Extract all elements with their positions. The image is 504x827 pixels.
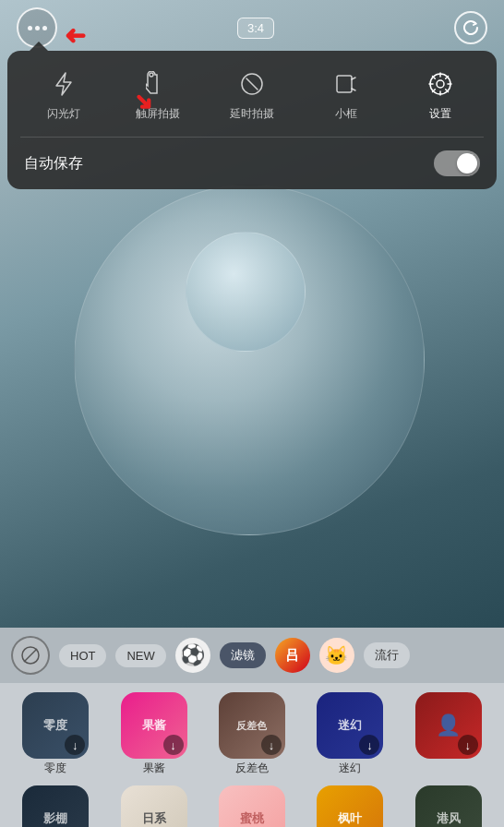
- toggle-knob: [457, 153, 477, 174]
- app-photo-icon: 👤 ↓: [415, 692, 482, 759]
- frame-tool[interactable]: 小框: [314, 67, 378, 122]
- download-badge: ↓: [163, 735, 184, 755]
- filter-lvjing[interactable]: 滤镜: [220, 642, 266, 668]
- app-fanchase-icon: 反差色 ↓: [219, 692, 285, 759]
- filter-liuxing-label: 流行: [364, 642, 410, 668]
- app-grid: 零度 ↓ 零度 果酱 ↓ 果酱 反差色 ↓ 反差色 迷幻 ↓ 迷幻 👤 ↓: [0, 683, 504, 827]
- app-guojiang-label: 果酱: [143, 761, 165, 776]
- app-photo5[interactable]: 👤 ↓: [404, 692, 493, 776]
- timer-label: 延时拍摄: [230, 106, 274, 122]
- filter-hot[interactable]: HOT: [59, 644, 106, 667]
- svg-line-13: [446, 90, 449, 92]
- camera-object: [74, 185, 425, 535]
- app-fanchase-label: 反差色: [235, 761, 269, 776]
- auto-save-row: 自动保存: [17, 150, 487, 176]
- app-gangfeng[interactable]: 港风 港风: [404, 785, 493, 827]
- filter-lv[interactable]: 吕: [275, 638, 310, 673]
- app-lingdu-icon: 零度 ↓: [22, 692, 89, 759]
- svg-line-2: [246, 78, 258, 90]
- svg-line-17: [24, 649, 37, 662]
- settings-tool[interactable]: 设置: [408, 67, 473, 122]
- app-lingdu-label: 零度: [44, 761, 66, 776]
- svg-line-12: [433, 77, 436, 79]
- refresh-icon: [461, 18, 481, 38]
- app-mihuan-icon: 迷幻 ↓: [317, 692, 383, 759]
- flip-camera-button[interactable]: [454, 11, 487, 44]
- filter-soccer[interactable]: ⚽: [175, 638, 210, 673]
- filter-lv-label: 吕: [275, 638, 310, 673]
- download-badge: ↓: [359, 735, 379, 755]
- tool-icons-row: 闪光灯 触屏拍摄 延时拍摄: [17, 67, 487, 122]
- app-lingdu[interactable]: 零度 ↓ 零度: [11, 692, 100, 776]
- ratio-badge[interactable]: 3:4: [237, 18, 274, 39]
- flash-icon: [47, 67, 80, 101]
- flash-tool[interactable]: 闪光灯: [31, 67, 96, 122]
- cat-icon: 🐱: [319, 638, 354, 673]
- arrow-left-indicator: ➜: [65, 20, 86, 51]
- svg-point-7: [437, 80, 444, 88]
- filter-lvjing-label: 滤镜: [220, 642, 266, 668]
- slash-icon: [20, 645, 41, 665]
- app-guojiang[interactable]: 果酱 ↓ 果酱: [109, 692, 198, 776]
- app-guojiang-icon: 果酱 ↓: [121, 692, 187, 759]
- app-mitao[interactable]: 蜜桃 蜜桃: [208, 785, 296, 827]
- app-mitao-icon: 蜜桃: [219, 785, 285, 827]
- auto-save-label: 自动保存: [24, 154, 83, 174]
- download-badge: ↓: [261, 735, 282, 755]
- app-mihuan[interactable]: 迷幻 ↓ 迷幻: [306, 692, 394, 776]
- svg-line-14: [446, 77, 449, 79]
- dots-icon: [28, 26, 47, 30]
- timer-icon: [235, 67, 269, 101]
- settings-label: 设置: [429, 106, 451, 122]
- soccer-icon: ⚽: [175, 638, 210, 673]
- frame-icon: [330, 67, 363, 101]
- timer-tool[interactable]: 延时拍摄: [220, 67, 284, 122]
- flash-label: 闪光灯: [47, 106, 80, 122]
- filter-new-label: NEW: [115, 644, 165, 667]
- auto-save-toggle[interactable]: [434, 150, 480, 176]
- filter-cat[interactable]: 🐱: [319, 638, 354, 673]
- camera-object-inner: [186, 232, 306, 352]
- download-badge: ↓: [458, 735, 478, 755]
- app-rixi[interactable]: 日系 日系: [109, 785, 198, 827]
- settings-icon: [424, 67, 457, 101]
- svg-point-0: [150, 73, 153, 77]
- dropdown-panel: 闪光灯 触屏拍摄 延时拍摄: [7, 51, 497, 189]
- frame-label: 小框: [335, 106, 357, 122]
- app-yingpeng[interactable]: 影棚 影棚: [11, 785, 100, 827]
- filter-liuxing[interactable]: 流行: [364, 642, 410, 668]
- svg-line-15: [433, 90, 436, 92]
- panel-divider: [20, 137, 484, 138]
- filter-new[interactable]: NEW: [115, 644, 165, 667]
- filter-bar: HOT NEW ⚽ 滤镜 吕 🐱 流行: [0, 628, 504, 683]
- app-fanchase[interactable]: 反差色 ↓ 反差色: [208, 692, 296, 776]
- app-mihuan-label: 迷幻: [339, 761, 361, 776]
- filter-none[interactable]: [11, 636, 50, 675]
- app-yingpeng-icon: 影棚: [22, 785, 89, 827]
- app-gangfeng-icon: 港风: [415, 785, 482, 827]
- app-fengye-icon: 枫叶: [317, 785, 383, 827]
- svg-rect-3: [337, 76, 352, 92]
- filter-hot-label: HOT: [59, 644, 106, 667]
- app-fengye[interactable]: 枫叶 枫叶: [306, 785, 394, 827]
- app-rixi-icon: 日系: [121, 785, 187, 827]
- download-badge: ↓: [65, 735, 85, 755]
